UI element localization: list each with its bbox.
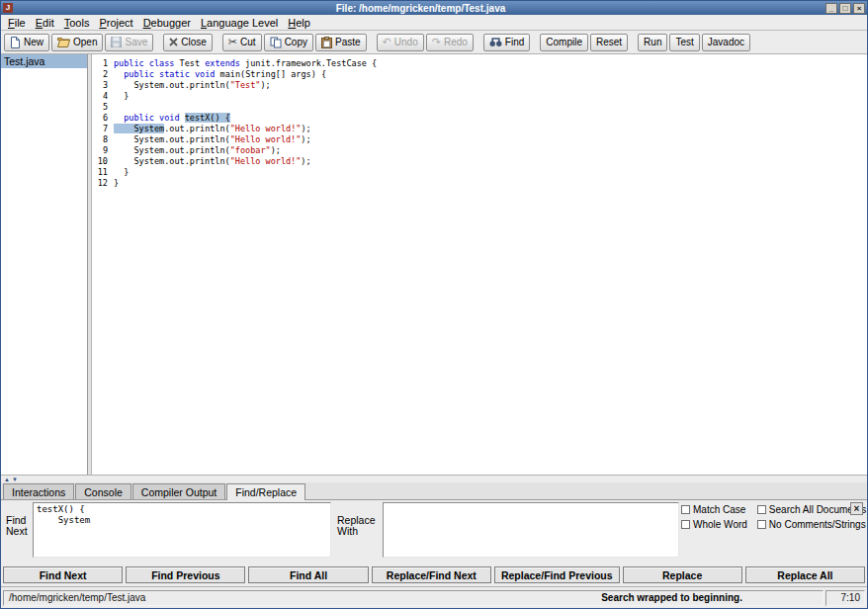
line-number: 1 bbox=[94, 58, 108, 69]
menu-language-level[interactable]: Language Level bbox=[196, 16, 283, 30]
code-line-5[interactable] bbox=[114, 102, 867, 113]
code-line-10[interactable]: System.out.println("Hello world!"); bbox=[114, 156, 867, 167]
close-panel-button[interactable]: × bbox=[850, 502, 863, 515]
find-previous-button[interactable]: Find Previous bbox=[126, 566, 245, 583]
find-field[interactable]: testX() { System bbox=[33, 502, 331, 558]
toolbar-button-label: Undo bbox=[394, 37, 418, 47]
toolbar-button-label: Copy bbox=[285, 37, 307, 47]
reset-button[interactable]: Reset bbox=[590, 34, 628, 51]
find-replace-panel: Find Next testX() { System Replace With … bbox=[1, 500, 867, 586]
undo-button[interactable]: ↶Undo bbox=[377, 34, 424, 51]
status-bar: /home/mgricken/temp/Test.java Search wra… bbox=[1, 586, 867, 608]
copy-pages-icon bbox=[270, 37, 282, 48]
tab-console[interactable]: Console bbox=[75, 483, 131, 499]
toolbar-button-label: Open bbox=[73, 37, 97, 47]
checkbox-label: Match Case bbox=[693, 504, 745, 515]
code-line-12[interactable]: } bbox=[114, 178, 867, 189]
javadoc-button[interactable]: Javadoc bbox=[702, 34, 750, 51]
code-line-4[interactable]: } bbox=[114, 91, 867, 102]
code-line-11[interactable]: } bbox=[114, 167, 867, 178]
line-number: 9 bbox=[94, 145, 108, 156]
redo-button[interactable]: ↷Redo bbox=[426, 34, 474, 51]
replace-find-previous-button[interactable]: Replace/Find Previous bbox=[494, 566, 620, 583]
code-line-3[interactable]: System.out.println("Test"); bbox=[114, 80, 867, 91]
close-file-icon bbox=[169, 38, 178, 46]
code-line-7[interactable]: System.out.println("Hello world!"); bbox=[114, 124, 867, 134]
checkbox-no-comments-strings[interactable]: No Comments/Strings bbox=[757, 519, 866, 530]
toolbar-button-label: Cut bbox=[240, 37, 256, 47]
menu-edit[interactable]: Edit bbox=[31, 16, 59, 30]
toolbar-button-label: Reset bbox=[596, 37, 622, 47]
menu-tools[interactable]: Tools bbox=[59, 16, 95, 30]
test-button[interactable]: Test bbox=[669, 34, 699, 51]
open-folder-icon bbox=[57, 37, 70, 47]
close-button[interactable]: × bbox=[853, 3, 865, 14]
code-line-6[interactable]: public void testX() { bbox=[114, 113, 867, 124]
status-file-path: /home/mgricken/temp/Test.java bbox=[9, 592, 145, 603]
code-line-9[interactable]: System.out.println("foobar"); bbox=[114, 145, 867, 156]
line-number: 12 bbox=[94, 178, 108, 189]
code-line-8[interactable]: System.out.println("Hello world!"); bbox=[114, 134, 867, 145]
toolbar-button-label: Test bbox=[675, 37, 693, 47]
line-number: 11 bbox=[94, 167, 108, 178]
toolbar-button-label: Save bbox=[125, 37, 147, 47]
line-number: 8 bbox=[94, 134, 108, 145]
close-button[interactable]: Close bbox=[163, 34, 213, 51]
tab-compiler-output[interactable]: Compiler Output bbox=[132, 483, 225, 499]
undo-arrow-icon: ↶ bbox=[383, 37, 391, 47]
toolbar-button-label: Compile bbox=[546, 37, 582, 47]
tab-interactions[interactable]: Interactions bbox=[3, 483, 74, 499]
toolbar-button-label: Redo bbox=[444, 37, 468, 47]
line-number: 5 bbox=[94, 102, 108, 113]
checkbox-whole-word[interactable]: Whole Word bbox=[681, 519, 747, 530]
find-next-button[interactable]: Find Next bbox=[3, 566, 123, 583]
editor[interactable]: 123456789101112 public class Test extend… bbox=[92, 54, 867, 475]
window-controls: _ □ × bbox=[825, 3, 865, 14]
save-button[interactable]: Save bbox=[105, 34, 153, 51]
app-icon: J bbox=[3, 3, 13, 13]
replace-field[interactable] bbox=[383, 502, 679, 558]
collapse-down-icon[interactable]: ▼ bbox=[12, 477, 18, 482]
replace-all-button[interactable]: Replace All bbox=[745, 566, 865, 583]
line-number: 7 bbox=[94, 124, 108, 134]
copy-button[interactable]: Copy bbox=[264, 34, 313, 51]
find-binoculars-icon bbox=[489, 37, 502, 47]
redo-arrow-icon: ↷ bbox=[432, 37, 441, 47]
paste-clipboard-icon bbox=[321, 37, 332, 48]
line-number: 2 bbox=[94, 69, 108, 80]
menu-project[interactable]: Project bbox=[94, 16, 137, 30]
split-handle[interactable]: ▲ ▼ bbox=[1, 475, 867, 482]
open-button[interactable]: Open bbox=[51, 34, 103, 51]
menu-file[interactable]: File bbox=[3, 16, 31, 30]
checkbox-box bbox=[757, 505, 766, 514]
status-message: Search wrapped to beginning. bbox=[601, 592, 742, 603]
replace-find-next-button[interactable]: Replace/Find Next bbox=[372, 566, 491, 583]
line-number: 6 bbox=[94, 113, 108, 124]
new-file-icon bbox=[10, 37, 21, 48]
line-number: 3 bbox=[94, 80, 108, 91]
find-all-button[interactable]: Find All bbox=[248, 566, 368, 583]
code-lines[interactable]: public class Test extends junit.framewor… bbox=[114, 58, 867, 475]
checkbox-match-case[interactable]: Match Case bbox=[681, 504, 747, 515]
collapse-up-icon[interactable]: ▲ bbox=[4, 477, 10, 482]
maximize-button[interactable]: □ bbox=[839, 3, 851, 14]
code-line-1[interactable]: public class Test extends junit.framewor… bbox=[114, 58, 867, 69]
drjava-window: J File: /home/mgricken/temp/Test.java _ … bbox=[0, 0, 868, 609]
replace-button[interactable]: Replace bbox=[623, 566, 742, 583]
menu-debugger[interactable]: Debugger bbox=[138, 16, 196, 30]
tab-find-replace[interactable]: Find/Replace bbox=[226, 483, 305, 500]
paste-button[interactable]: Paste bbox=[315, 34, 367, 51]
cut-button[interactable]: ✂Cut bbox=[222, 34, 262, 51]
toolbar-button-label: Close bbox=[181, 37, 207, 47]
run-button[interactable]: Run bbox=[638, 34, 667, 51]
checkbox-box bbox=[681, 505, 690, 514]
find-button[interactable]: Find bbox=[483, 34, 530, 51]
cut-scissors-icon: ✂ bbox=[228, 37, 237, 47]
minimize-button[interactable]: _ bbox=[825, 3, 837, 14]
menu-help[interactable]: Help bbox=[283, 16, 315, 30]
code-line-2[interactable]: public static void main(String[] args) { bbox=[114, 69, 867, 80]
line-number: 4 bbox=[94, 91, 108, 102]
compile-button[interactable]: Compile bbox=[540, 34, 588, 51]
file-item-test-java[interactable]: Test.java bbox=[1, 54, 87, 68]
new-button[interactable]: New bbox=[4, 34, 49, 51]
